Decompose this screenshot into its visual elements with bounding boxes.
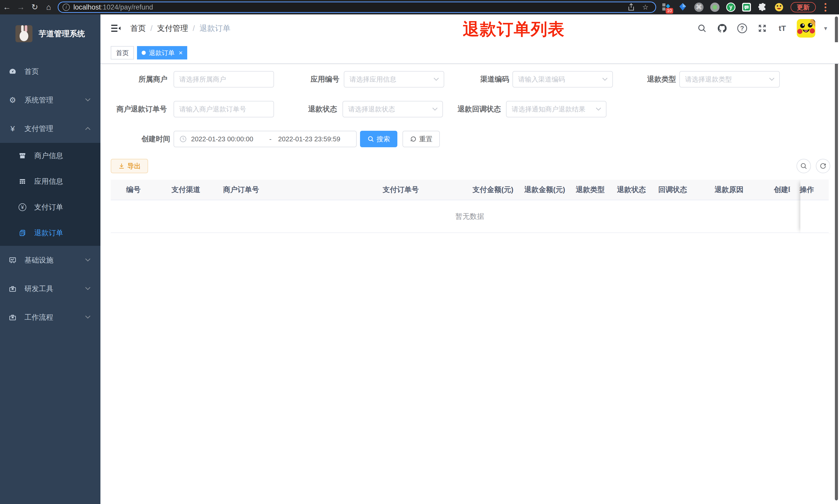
- date-start-value[interactable]: 2022-01-23 00:00:00: [191, 135, 263, 143]
- sidebar-item-home[interactable]: 首页: [0, 57, 101, 86]
- sidebar-item-label: 研发工具: [24, 284, 53, 294]
- date-range-picker[interactable]: 2022-01-23 00:00:00 - 2022-01-23 23:59:5…: [174, 131, 357, 147]
- refund-status-select[interactable]: [342, 101, 443, 118]
- date-end-value[interactable]: 2022-01-23 23:59:59: [278, 135, 350, 143]
- callback-status-select[interactable]: [506, 101, 606, 118]
- column-header[interactable]: 支付订单号: [376, 185, 464, 195]
- extensions-puzzle-icon[interactable]: [757, 2, 767, 12]
- app-logo-row[interactable]: 芋道管理系统: [0, 14, 101, 53]
- column-header[interactable]: 退款类型: [569, 185, 610, 195]
- column-header[interactable]: 支付渠道: [165, 185, 216, 195]
- filter-label-merchant-refund-no: 商户退款订单号: [111, 101, 167, 118]
- extension-kite-icon[interactable]: [678, 2, 688, 12]
- extension-command-icon[interactable]: ⌘: [694, 3, 703, 12]
- extension-emoji-icon[interactable]: [774, 2, 784, 12]
- app-select[interactable]: [344, 71, 444, 88]
- tab-home[interactable]: 首页: [111, 46, 134, 59]
- callback-status-input[interactable]: [512, 105, 601, 113]
- caret-down-icon[interactable]: ▾: [824, 25, 827, 32]
- breadcrumb-home[interactable]: 首页: [130, 23, 146, 34]
- channel-input[interactable]: [518, 75, 607, 84]
- sidebar: 芋道管理系统 首页 ⚙ 系统管理 ¥ 支付管理: [0, 14, 101, 504]
- merchant-refund-no-input[interactable]: [179, 105, 268, 113]
- merchant-input[interactable]: [179, 75, 268, 84]
- extension-chat-icon[interactable]: [742, 3, 751, 12]
- bookmark-star-icon[interactable]: ☆: [639, 3, 651, 11]
- tab-refund-order[interactable]: 退款订单 ×: [137, 46, 187, 59]
- extension-blocks-icon[interactable]: 10: [661, 2, 671, 12]
- column-header[interactable]: 退款金额(元): [518, 185, 569, 195]
- help-icon[interactable]: ?: [736, 23, 748, 34]
- sidebar-item-merchant-info[interactable]: 商户信息: [0, 143, 101, 168]
- chevron-down-icon: [85, 315, 91, 319]
- column-header[interactable]: 回调状态: [651, 185, 706, 195]
- share-icon[interactable]: [628, 3, 639, 11]
- column-header[interactable]: 退款原因: [706, 185, 764, 195]
- extensions-row: 10 ⌘ y: [661, 2, 784, 12]
- fullscreen-icon[interactable]: [756, 23, 768, 34]
- sidebar-item-app-info[interactable]: 应用信息: [0, 168, 101, 194]
- table-header-row: 编号 支付渠道 商户订单号 支付订单号 支付金额(元) 退款金额(元) 退款类型…: [111, 180, 829, 200]
- breadcrumb-separator: /: [193, 24, 195, 33]
- font-size-icon[interactable]: tT: [777, 23, 788, 34]
- page-scrollbar[interactable]: [835, 17, 838, 500]
- sidebar-item-refund-order[interactable]: 退款订单: [0, 220, 101, 246]
- filter-label-refund-type: 退款类型: [613, 71, 676, 88]
- site-info-icon[interactable]: i: [63, 4, 70, 11]
- merchant-select[interactable]: [174, 71, 274, 88]
- sidebar-item-system[interactable]: ⚙ 系统管理: [0, 86, 101, 114]
- extension-y-icon[interactable]: y: [726, 3, 735, 12]
- search-icon[interactable]: [696, 23, 708, 34]
- chevron-down-icon: [602, 77, 608, 81]
- browser-update-button[interactable]: 更新: [790, 2, 816, 12]
- url-text[interactable]: localhost:1024/pay/refund: [73, 3, 628, 11]
- column-header[interactable]: 商户订单号: [216, 185, 376, 195]
- browser-reload-icon[interactable]: ↻: [28, 0, 42, 14]
- refund-type-select[interactable]: [679, 71, 780, 88]
- sidebar-item-infrastructure[interactable]: 基础设施: [0, 246, 101, 274]
- channel-select[interactable]: [513, 71, 613, 88]
- sidebar-item-label: 工作流程: [24, 312, 53, 322]
- clock-icon: [179, 135, 187, 143]
- browser-forward-icon[interactable]: →: [14, 0, 28, 14]
- sidebar-item-label: 商户信息: [34, 151, 63, 161]
- grid-icon: [19, 178, 26, 185]
- browser-menu-icon[interactable]: [821, 3, 829, 12]
- merchant-refund-no-input-box[interactable]: [174, 101, 274, 118]
- export-button[interactable]: 导出: [111, 159, 148, 173]
- app-input[interactable]: [350, 75, 439, 84]
- refund-status-input[interactable]: [348, 105, 437, 113]
- top-navbar: 首页 / 支付管理 / 退款订单 退款订单列表 ? tT: [101, 14, 839, 42]
- column-header[interactable]: 支付金额(元): [464, 185, 518, 195]
- dashboard-icon: [8, 67, 17, 76]
- browser-back-icon[interactable]: ←: [0, 0, 14, 14]
- search-button[interactable]: 搜索: [360, 131, 397, 147]
- app-logo-avatar: [15, 25, 33, 42]
- sidebar-item-pay-order[interactable]: ¥ 支付订单: [0, 194, 101, 220]
- column-header[interactable]: 编号: [111, 185, 165, 195]
- table-search-toggle-button[interactable]: [797, 159, 811, 173]
- refresh-icon: [410, 136, 417, 142]
- address-bar[interactable]: i localhost:1024/pay/refund ☆: [58, 2, 656, 13]
- sidebar-item-payment[interactable]: ¥ 支付管理: [0, 114, 101, 143]
- sidebar-item-dev-tools[interactable]: 研发工具: [0, 274, 101, 303]
- breadcrumb-payment[interactable]: 支付管理: [157, 23, 188, 34]
- table-refresh-button[interactable]: [816, 159, 830, 173]
- sidebar-item-label: 应用信息: [34, 177, 63, 186]
- active-dot-icon: [142, 51, 146, 55]
- browser-home-icon[interactable]: ⌂: [42, 0, 56, 14]
- sidebar-item-workflow[interactable]: 工作流程: [0, 303, 101, 331]
- refund-type-input[interactable]: [685, 75, 774, 84]
- sidebar-menu: 首页 ⚙ 系统管理 ¥ 支付管理: [0, 57, 101, 331]
- github-icon[interactable]: [716, 23, 728, 34]
- column-header[interactable]: 创建时间: [764, 185, 790, 195]
- filter-label-refund-status: 退款状态: [281, 101, 337, 118]
- column-header-actions[interactable]: 操作: [790, 185, 829, 195]
- search-icon: [800, 162, 807, 169]
- extension-record-icon[interactable]: [710, 3, 719, 12]
- sidebar-collapse-icon[interactable]: [111, 24, 121, 33]
- reset-button[interactable]: 重置: [403, 131, 440, 147]
- column-header[interactable]: 退款状态: [610, 185, 651, 195]
- close-icon[interactable]: ×: [179, 50, 183, 56]
- avatar[interactable]: [797, 19, 815, 38]
